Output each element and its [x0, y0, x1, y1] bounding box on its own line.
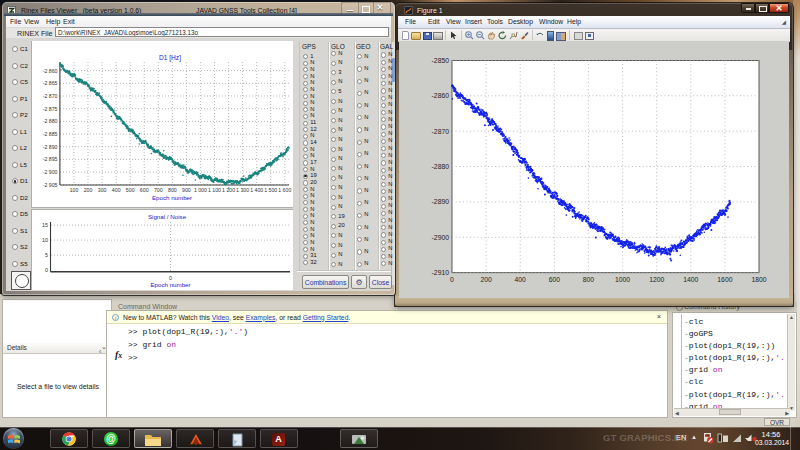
svg-text:400: 400: [515, 276, 527, 283]
svg-text:100: 100: [69, 187, 78, 193]
svg-text:-2890: -2890: [432, 198, 450, 205]
svg-text:1000: 1000: [615, 276, 630, 283]
svg-text:-2850: -2850: [432, 57, 450, 64]
svg-text:700: 700: [153, 187, 162, 193]
svg-text:-2 905: -2 905: [42, 182, 57, 188]
svg-text:1 500: 1 500: [264, 187, 277, 193]
svg-text:-2 890: -2 890: [42, 144, 57, 150]
svg-text:-2 875: -2 875: [42, 106, 57, 112]
svg-text:1 100: 1 100: [208, 187, 221, 193]
svg-text:300: 300: [97, 187, 106, 193]
svg-text:1 400: 1 400: [250, 187, 263, 193]
svg-text:-2 895: -2 895: [42, 156, 57, 162]
svg-text:-2880: -2880: [432, 163, 450, 170]
svg-text:600: 600: [549, 276, 561, 283]
svg-text:900: 900: [182, 187, 191, 193]
svg-text:1 600: 1 600: [278, 187, 291, 193]
svg-text:1200: 1200: [649, 276, 664, 283]
svg-text:-2860: -2860: [432, 92, 450, 99]
svg-text:1400: 1400: [683, 276, 698, 283]
svg-text:1800: 1800: [751, 276, 766, 283]
svg-text:400: 400: [111, 187, 120, 193]
svg-text:0: 0: [45, 267, 48, 273]
svg-text:200: 200: [480, 276, 492, 283]
svg-text:-2 865: -2 865: [42, 80, 57, 86]
svg-text:-2 880: -2 880: [42, 118, 57, 124]
svg-text:200: 200: [83, 187, 92, 193]
svg-text:-2910: -2910: [432, 269, 450, 276]
svg-text:-2 870: -2 870: [42, 93, 57, 99]
svg-text:1 300: 1 300: [236, 187, 249, 193]
svg-text:Signal / Noise: Signal / Noise: [147, 213, 186, 220]
svg-text:1600: 1600: [717, 276, 732, 283]
svg-text:Epoch number: Epoch number: [150, 281, 190, 288]
svg-text:-2 900: -2 900: [42, 169, 57, 175]
svg-text:-2 885: -2 885: [42, 131, 57, 137]
svg-text:-2870: -2870: [432, 128, 450, 135]
svg-text:800: 800: [583, 276, 595, 283]
svg-text:-2900: -2900: [432, 234, 450, 241]
svg-text:Epoch number: Epoch number: [151, 194, 191, 201]
svg-text:800: 800: [168, 187, 177, 193]
svg-text:0: 0: [450, 276, 454, 283]
svg-text:500: 500: [125, 187, 134, 193]
svg-text:5: 5: [45, 252, 48, 258]
svg-text:-2 860: -2 860: [42, 68, 57, 74]
svg-text:10: 10: [42, 237, 48, 243]
svg-text:D1 [Hz]: D1 [Hz]: [159, 54, 181, 62]
svg-text:15: 15: [42, 222, 48, 228]
svg-text:1 000: 1 000: [193, 187, 206, 193]
svg-text:600: 600: [139, 187, 148, 193]
